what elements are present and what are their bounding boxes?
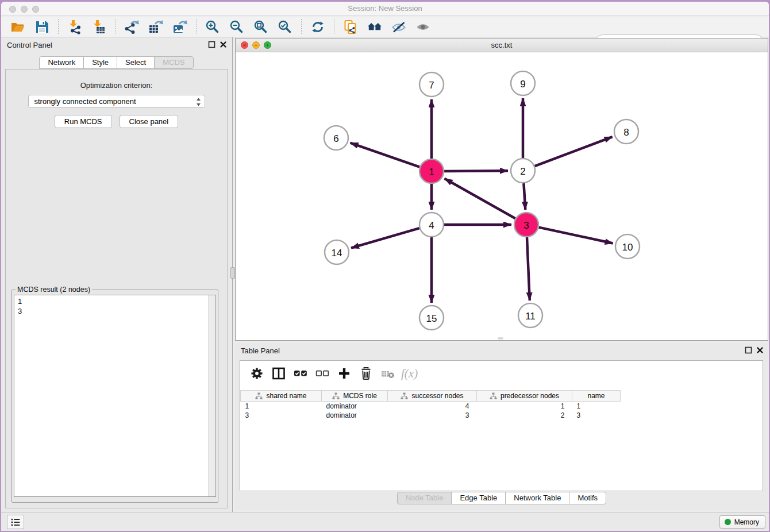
open-session-button[interactable]	[9, 18, 26, 36]
task-history-button[interactable]	[7, 515, 24, 529]
cell-predecessor-nodes[interactable]: 2	[477, 411, 572, 420]
export-network-button[interactable]	[123, 18, 140, 36]
graph-node-label-1: 1	[429, 167, 434, 178]
cell-successor-nodes[interactable]: 3	[388, 411, 477, 420]
toggle-column-view-button[interactable]	[270, 365, 287, 382]
criterion-dropdown[interactable]: strongly connected component	[28, 95, 205, 108]
deselect-all-rows-button[interactable]	[314, 365, 331, 382]
sort-tree-icon	[490, 392, 497, 400]
unchecked-boxes-icon	[315, 366, 330, 381]
refresh-network-button[interactable]	[309, 18, 326, 36]
zoom-fit-button[interactable]	[252, 18, 270, 36]
network-canvas[interactable]: 7968124314101511	[236, 52, 768, 340]
tab-network[interactable]: Network	[39, 56, 84, 69]
table-panel: Table Panel	[235, 343, 768, 510]
graph-edge-4-14[interactable]	[351, 228, 419, 248]
zoom-out-button[interactable]	[228, 18, 245, 36]
cell-mcds-role[interactable]: dominator	[322, 411, 388, 420]
cell-shared-name[interactable]: 1	[241, 402, 322, 411]
status-bar: Memory	[1, 512, 769, 531]
plus-icon	[337, 366, 352, 381]
close-panel-button[interactable]: Close panel	[120, 115, 179, 128]
table-row[interactable]: 3 dominator 3 2 3	[241, 411, 621, 420]
delete-table-button[interactable]	[379, 365, 396, 382]
toolbar-separator	[196, 19, 197, 35]
checked-boxes-icon	[293, 366, 308, 381]
export-image-button[interactable]	[171, 18, 188, 36]
list-icon	[10, 516, 21, 528]
show-graphics-details-button[interactable]	[414, 18, 432, 36]
graph-edge-3-11[interactable]	[527, 237, 530, 300]
cell-mcds-role[interactable]: dominator	[322, 402, 388, 411]
graph-edge-2-8[interactable]	[535, 137, 613, 166]
zoom-in-button[interactable]	[204, 18, 221, 36]
float-panel-icon[interactable]	[208, 41, 215, 48]
import-table-button[interactable]	[90, 18, 107, 36]
graph-node-label-4: 4	[429, 220, 434, 231]
tab-select[interactable]: Select	[117, 56, 155, 69]
tab-network-table[interactable]: Network Table	[505, 492, 569, 504]
delete-column-button[interactable]	[357, 365, 375, 382]
tab-style[interactable]: Style	[83, 56, 117, 69]
result-item[interactable]: 1	[18, 296, 215, 306]
control-panel-tabs: Network Style Select MCDS	[1, 56, 232, 69]
canvas-resize-handle[interactable]	[498, 337, 503, 340]
fx-icon: f(x)	[401, 367, 418, 381]
control-panel: Control Panel Network Style Select MCDS …	[1, 37, 232, 512]
graph-node-label-2: 2	[520, 166, 525, 177]
network-titlebar: × − + scc.txt	[236, 38, 768, 52]
tab-motifs[interactable]: Motifs	[569, 492, 606, 504]
cell-name[interactable]: 3	[572, 411, 621, 420]
graph-edge-1-2[interactable]	[444, 171, 508, 171]
col-successor-nodes[interactable]: successor nodes	[388, 391, 477, 402]
hide-graphics-details-button[interactable]	[390, 18, 407, 36]
export-table-button[interactable]	[147, 18, 164, 36]
splitter-handle[interactable]	[230, 267, 235, 279]
toolbar-separator	[334, 19, 334, 35]
graph-edge-2-3[interactable]	[523, 183, 525, 210]
graph-edge-3-1[interactable]	[445, 179, 515, 218]
save-session-button[interactable]	[33, 18, 51, 36]
export-image-icon	[172, 20, 187, 34]
col-name[interactable]: name	[572, 391, 621, 402]
zoom-out-icon	[229, 20, 244, 34]
col-mcds-role[interactable]: MCDS role	[322, 391, 388, 402]
select-all-rows-button[interactable]	[292, 365, 309, 382]
duplicate-network-button[interactable]	[342, 18, 359, 36]
cell-shared-name[interactable]: 3	[241, 411, 322, 420]
memory-status-icon	[725, 519, 731, 525]
cell-name[interactable]: 1	[572, 402, 621, 411]
network-home-button[interactable]	[366, 18, 383, 36]
toolbar-separator	[301, 19, 302, 35]
export-network-icon	[124, 20, 139, 34]
col-predecessor-nodes[interactable]: predecessor nodes	[477, 391, 572, 402]
result-item[interactable]: 3	[18, 306, 215, 316]
graph-node-label-14: 14	[332, 248, 342, 259]
apply-function-button[interactable]: f(x)	[401, 365, 418, 382]
export-table-icon	[148, 20, 163, 34]
memory-button[interactable]: Memory	[719, 515, 765, 529]
add-column-button[interactable]	[336, 365, 353, 382]
table-panel-box: f(x) shared name MCDS role successor nod…	[240, 360, 763, 491]
main-titlebar: Session: New Session	[1, 2, 769, 16]
close-table-panel-icon[interactable]	[756, 346, 764, 354]
cell-predecessor-nodes[interactable]: 1	[477, 402, 572, 411]
result-scrollbar[interactable]	[208, 295, 215, 496]
zoom-selected-button[interactable]	[276, 18, 294, 36]
mcds-result-list[interactable]: 1 3	[14, 295, 216, 497]
graph-edge-1-6[interactable]	[351, 143, 420, 167]
tab-edge-table[interactable]: Edge Table	[451, 492, 506, 504]
run-mcds-button[interactable]: Run MCDS	[55, 115, 112, 128]
graph-edge-3-10[interactable]	[539, 228, 613, 244]
close-panel-icon[interactable]	[220, 41, 227, 48]
tab-node-table[interactable]: Node Table	[397, 492, 452, 504]
import-network-button[interactable]	[66, 18, 83, 36]
float-table-panel-icon[interactable]	[745, 346, 752, 354]
cell-successor-nodes[interactable]: 4	[388, 402, 477, 411]
table-settings-button[interactable]	[248, 365, 265, 382]
table-row[interactable]: 1 dominator 4 1 1	[241, 402, 621, 411]
col-shared-name[interactable]: shared name	[241, 391, 322, 402]
tab-mcds[interactable]: MCDS	[154, 56, 193, 69]
toolbar-separator	[58, 19, 59, 35]
main-toolbar	[1, 17, 769, 37]
